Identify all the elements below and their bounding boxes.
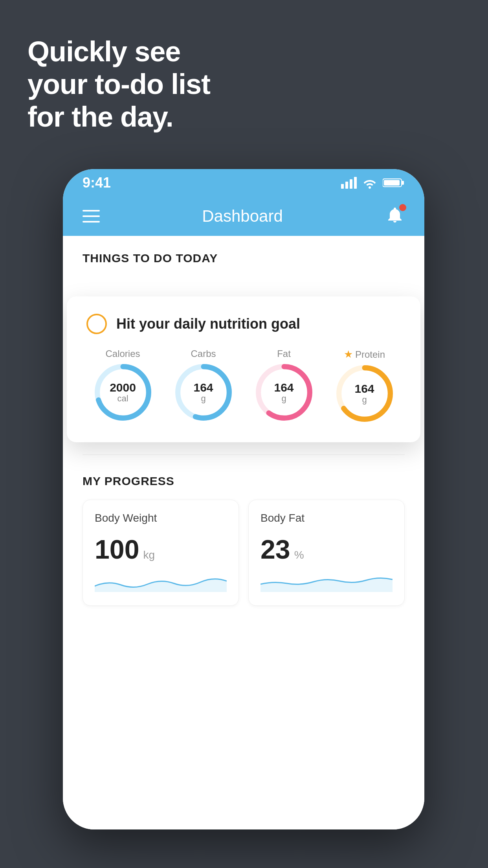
calories-label: Calories	[105, 348, 140, 359]
protein-unit: g	[354, 395, 374, 405]
my-progress-section: MY PROGRESS Body Weight 100 kg	[63, 455, 424, 618]
body-weight-chart	[95, 572, 227, 592]
my-progress-header: MY PROGRESS	[83, 474, 405, 488]
body-weight-unit: kg	[143, 549, 155, 561]
star-icon: ★	[344, 348, 353, 360]
body-weight-title: Body Weight	[95, 512, 227, 524]
nutrition-fat: Fat 164 g	[255, 348, 313, 423]
nutrition-row: Calories 2000 cal	[86, 348, 401, 423]
carbs-label: Carbs	[191, 348, 216, 359]
svg-rect-2	[350, 179, 352, 189]
nav-bar: Dashboard	[63, 197, 424, 236]
nutrition-check-circle[interactable]	[86, 314, 107, 334]
body-weight-value-row: 100 kg	[95, 534, 227, 565]
svg-rect-0	[341, 184, 344, 189]
battery-icon	[383, 177, 405, 188]
svg-rect-1	[345, 182, 348, 189]
fat-label: Fat	[277, 348, 291, 359]
protein-value: 164	[354, 382, 374, 395]
fat-value: 164	[274, 381, 294, 394]
carbs-donut: 164 g	[174, 363, 233, 421]
svg-rect-3	[354, 177, 357, 189]
status-time: 9:41	[83, 175, 111, 191]
nav-title: Dashboard	[202, 207, 283, 226]
carbs-value: 164	[193, 381, 213, 394]
nutrition-carbs: Carbs 164 g	[174, 348, 233, 423]
things-today-header: THINGS TO DO TODAY	[63, 236, 424, 273]
nutrition-card-title-row: Hit your daily nutrition goal	[86, 314, 401, 334]
phone-mockup: 9:41 Dashboard	[63, 169, 424, 829]
nutrition-card-title-text: Hit your daily nutrition goal	[116, 316, 300, 332]
svg-rect-5	[402, 181, 404, 185]
hero-text: Quickly see your to-do list for the day.	[28, 35, 210, 133]
status-bar: 9:41	[63, 169, 424, 197]
body-fat-number: 23	[261, 534, 290, 565]
notification-dot	[399, 204, 406, 211]
body-fat-unit: %	[294, 549, 304, 561]
body-fat-chart	[261, 572, 393, 592]
calories-donut: 2000 cal	[94, 363, 152, 421]
content-area: THINGS TO DO TODAY Hit your daily nutrit…	[63, 236, 424, 829]
carbs-unit: g	[193, 394, 213, 403]
nutrition-card: Hit your daily nutrition goal Calories 2	[67, 296, 420, 442]
progress-cards: Body Weight 100 kg Body Fat	[83, 500, 405, 606]
status-icons	[341, 177, 405, 189]
body-weight-number: 100	[95, 534, 139, 565]
body-fat-value-row: 23 %	[261, 534, 393, 565]
signal-icon	[341, 177, 357, 189]
calories-unit: cal	[110, 394, 136, 403]
wifi-icon	[362, 177, 377, 189]
calories-value: 2000	[110, 381, 136, 394]
nutrition-calories: Calories 2000 cal	[94, 348, 152, 423]
svg-rect-6	[384, 180, 400, 186]
body-weight-card: Body Weight 100 kg	[83, 500, 239, 606]
body-fat-card: Body Fat 23 %	[248, 500, 405, 606]
notification-bell[interactable]	[385, 206, 405, 227]
fat-unit: g	[274, 394, 294, 403]
fat-donut: 164 g	[255, 363, 313, 421]
body-fat-title: Body Fat	[261, 512, 393, 524]
nutrition-protein: ★ Protein 164 g	[336, 348, 394, 423]
hamburger-menu[interactable]	[83, 210, 100, 223]
protein-label: ★ Protein	[344, 348, 385, 360]
protein-donut: 164 g	[336, 364, 394, 423]
